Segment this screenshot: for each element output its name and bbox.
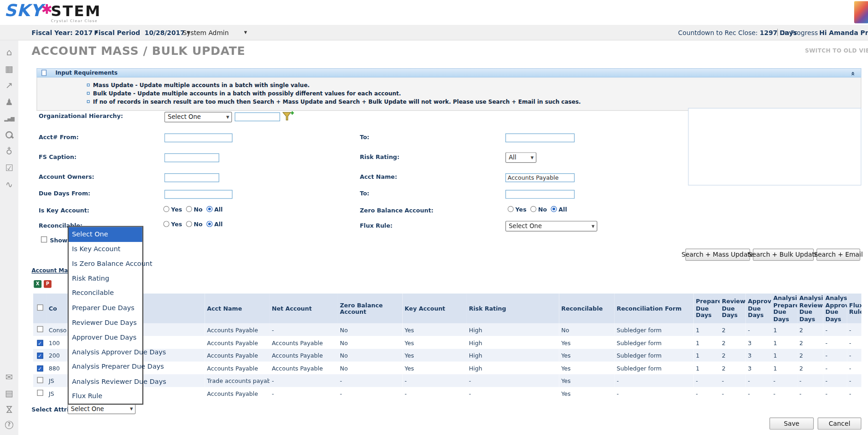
radio-yes[interactable]: Yes [508,206,527,212]
row-checkbox[interactable]: ✓ [37,365,43,371]
role-select-chevron[interactable]: ▼ [242,29,247,36]
table-cell: - [847,349,861,362]
is-key-account-radios: YesNoAll [163,206,223,213]
dropdown-item[interactable]: Analysis Preparer Due Days [69,359,142,374]
select-all-checkbox[interactable] [37,305,43,311]
radio-all[interactable]: All [551,206,567,212]
dropdown-item[interactable]: Analysis Reviewer Due Days [69,374,142,389]
dropdown-item[interactable]: Is Key Account [69,242,142,257]
acct-to-input[interactable] [505,134,575,142]
hourglass-icon[interactable]: ⋈ [5,405,14,414]
column-header[interactable]: Analysis Preparer Due Days [771,294,797,323]
search-mass-update-button[interactable]: Search + Mass Update [685,248,750,260]
dropdown-item[interactable]: Select One [69,227,142,242]
fiscal-year-select[interactable]: Fiscal Year: 2017▼ [31,29,98,36]
acct-from-input[interactable] [164,134,233,142]
column-header[interactable]: Acct Name [205,294,270,323]
dropdown-item[interactable]: Reviewer Due Days [69,315,142,330]
dropdown-item[interactable]: Preparer Due Days [69,300,142,315]
table-cell: Accounts Payable [270,336,338,349]
column-header[interactable]: Co [47,294,66,323]
row-checkbox[interactable] [37,326,43,332]
show-on-checkbox[interactable] [41,236,47,242]
users-icon[interactable]: ♟ [5,97,13,106]
table-cell: - [467,375,559,388]
org-hierarchy-select[interactable]: Select One ▼ [164,112,232,123]
fs-caption-input[interactable] [164,153,219,162]
table-cell: - [797,387,823,400]
collapse-icon[interactable]: « [849,71,857,76]
column-header[interactable]: Net Account [270,294,338,323]
funnel-add-icon[interactable] [282,111,294,122]
cancel-button[interactable]: Cancel [818,417,862,429]
table-cell: High [467,349,559,362]
dropdown-item[interactable]: Is Zero Balance Account [69,256,142,271]
search-icon[interactable] [5,131,13,140]
excel-export-icon[interactable]: X [34,280,41,288]
mail-icon[interactable]: ✉ [6,373,13,382]
row-checkbox[interactable] [37,377,43,383]
acct-name-input[interactable] [505,173,575,182]
column-header[interactable]: Zero Balance Account [338,294,403,323]
radio-yes[interactable]: Yes [163,206,182,212]
user-menu[interactable]: Hi Amanda Prep▼ [819,29,868,36]
fiscal-period-select[interactable]: Fiscal Period 10/28/2017▼ [94,29,190,36]
save-button[interactable]: Save [769,417,814,429]
trend-icon[interactable]: ∿ [6,180,13,189]
radio-label: All [214,221,223,227]
table-cell: - [847,323,861,336]
globe-icon[interactable]: ♁ [6,147,12,156]
table-cell: - [823,375,847,388]
input-requirements-header[interactable]: Input Requirements « [36,68,861,77]
dropdown-item[interactable]: Risk Rating [69,271,142,286]
row-checkbox[interactable]: ✓ [37,340,43,346]
column-header[interactable]: Reconcilable [559,294,615,323]
table-cell: No [338,336,403,349]
radio-no[interactable]: No [186,206,203,212]
column-header[interactable]: Reviewer Due Days [720,294,745,323]
dropdown-item[interactable]: Flux Rule [69,388,142,403]
column-header[interactable]: Reconciliation Form [615,294,694,323]
row-checkbox[interactable]: ✓ [37,353,43,359]
sidebar-top-icons: ⌂▦↗♟▂▄▆♁☑∿ [0,47,18,189]
bar-chart-icon[interactable]: ▂▄▆ [4,114,14,123]
checklist-icon[interactable]: ☑ [5,163,13,172]
dropdown-item[interactable]: Reconcilable [69,286,142,300]
radio-all[interactable]: All [206,221,223,227]
radio-all[interactable]: All [206,206,223,212]
role-select[interactable]: System Admin [182,29,229,36]
column-header[interactable]: Analysis Approver Due Days [823,294,847,323]
due-days-to-input[interactable] [505,190,575,199]
search-email-button[interactable]: Search + Email [816,248,860,260]
risk-rating-select[interactable]: All ▼ [505,152,536,163]
switch-to-old-view-link[interactable]: SWITCH TO OLD VIE [805,47,868,53]
search-bulk-update-button[interactable]: Search + Bulk Update [753,248,814,260]
radio-no[interactable]: No [530,206,547,212]
flux-rule-select[interactable]: Select One ▼ [505,221,597,231]
table-cell: - [823,387,847,400]
column-header[interactable]: Risk Rating [467,294,559,323]
dropdown-item[interactable]: Analysis Approver Due Days [69,345,142,359]
select-attribute-select[interactable]: Select One ▼ [68,404,136,414]
due-days-from-input[interactable] [164,190,233,199]
column-header[interactable]: Analysis Reviewer Due Days [797,294,823,323]
export-icon[interactable]: ↗ [6,81,13,90]
help-icon[interactable]: ? [5,421,13,429]
dropdown-item[interactable]: Approver Due Days [69,330,142,345]
notes-icon[interactable]: ▤ [5,388,13,398]
row-checkbox[interactable] [37,390,43,396]
column-header[interactable]: Approver Due Days [745,294,771,323]
radio-yes[interactable]: Yes [163,221,182,227]
account-owners-input[interactable] [164,173,219,182]
radio-no[interactable]: No [186,221,203,227]
table-cell: - [797,375,823,388]
column-header[interactable]: Key Account [402,294,466,323]
org-hierarchy-input[interactable] [235,112,280,121]
dashboard-icon[interactable]: ▦ [5,64,13,73]
table-row: ConsolidAccounts Payable-NoYesHighNoSubl… [33,323,861,336]
column-header[interactable]: Preparer Due Days [693,294,719,323]
bullet-text: Bulk Update - Update multiple accounts i… [93,90,401,96]
pdf-export-icon[interactable]: P [44,280,52,288]
column-header[interactable]: Flux Rule [847,294,861,323]
home-icon[interactable]: ⌂ [6,47,12,57]
